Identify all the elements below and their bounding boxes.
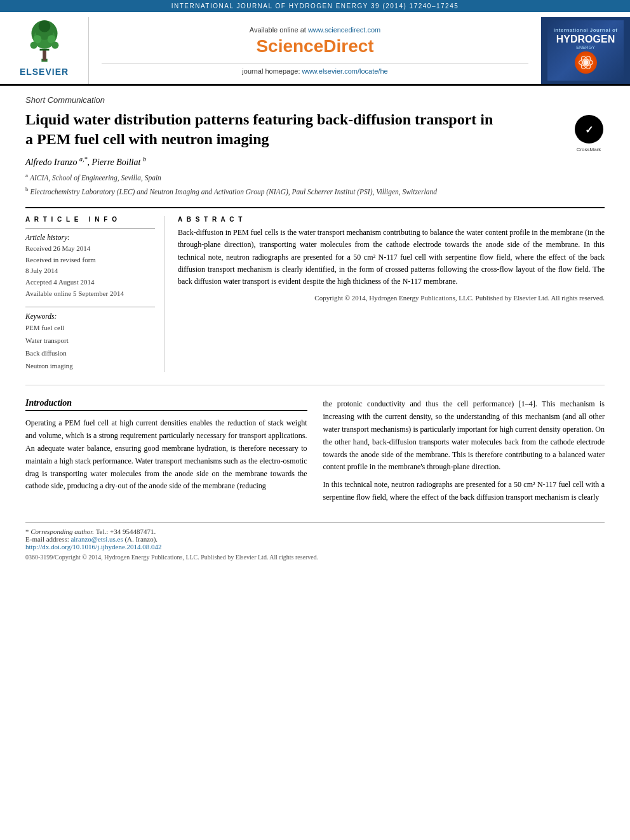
title-row: Liquid water distribution patterns featu… [25, 110, 605, 156]
corresponding-label: * Corresponding author. Tel.: [25, 528, 110, 535]
keyword4: Neutron imaging [25, 360, 155, 373]
email-label: E-mail address: [25, 535, 69, 543]
available-online-text: Available online at www.sciencedirect.co… [250, 26, 380, 34]
abstract-text: Back-diffusion in PEM fuel cells is the … [178, 227, 605, 304]
main-content: Short Communication Liquid water distrib… [0, 86, 630, 570]
author-boillat-sup: b [143, 156, 146, 163]
doi-line: http://dx.doi.org/10.1016/j.ijhydene.201… [25, 543, 605, 550]
doi-link[interactable]: http://dx.doi.org/10.1016/j.ijhydene.201… [25, 543, 162, 550]
affiliation-b: b Electrochemistry Laboratory (LEC) and … [25, 185, 605, 197]
author-iranzo: Alfredo Iranzo [25, 157, 79, 167]
sciencedirect-url[interactable]: www.sciencedirect.com [308, 26, 380, 34]
email-name: (A. Iranzo). [124, 535, 158, 543]
affiliations: a AICIA, School of Engineering, Sevilla,… [25, 171, 605, 197]
svg-point-8 [30, 42, 37, 49]
article-type: Short Communication [25, 95, 605, 105]
abstract-copyright: Copyright © 2014, Hydrogen Energy Public… [178, 293, 605, 304]
elsevier-wordmark: ELSEVIER [20, 67, 69, 77]
body-right-column: the protonic conductivity and thus the c… [323, 398, 605, 509]
journal-homepage: journal homepage: www.elsevier.com/locat… [102, 63, 528, 75]
crossmark-badge: ✓ CrossMark [573, 113, 605, 145]
keyword3: Back diffusion [25, 347, 155, 360]
journal-cover-top-text: International Journal of [554, 27, 618, 34]
introduction-title: Introduction [25, 398, 307, 411]
crossmark-icon: ✓ CrossMark [575, 115, 603, 143]
keyword1: PEM fuel cell [25, 322, 155, 335]
available-online-date: Available online 5 September 2014 [25, 288, 155, 300]
info-abstract-section: A R T I C L E I N F O Article history: R… [25, 207, 605, 372]
journal-cover-circle-icon [575, 51, 597, 74]
svg-point-5 [38, 20, 50, 32]
email-line: E-mail address: airanzo@etsi.us.es (A. I… [25, 535, 605, 543]
article-info-column: A R T I C L E I N F O Article history: R… [25, 216, 165, 372]
body-columns: Introduction Operating a PEM fuel cell a… [25, 398, 605, 509]
svg-text:✓: ✓ [585, 124, 593, 135]
corresponding-tel: +34 954487471. [110, 528, 156, 535]
svg-point-9 [51, 42, 58, 49]
issn-line: 0360-3199/Copyright © 2014, Hydrogen Ene… [25, 554, 605, 561]
sciencedirect-area: Available online at www.sciencedirect.co… [89, 17, 541, 84]
intro-paragraph2: the protonic conductivity and thus the c… [323, 398, 605, 503]
article-info-header: A R T I C L E I N F O [25, 216, 155, 223]
authors: Alfredo Iranzo a,*, Pierre Boillat b [25, 156, 605, 168]
revised-date: 8 July 2014 [25, 265, 155, 277]
article-title: Liquid water distribution patterns featu… [25, 110, 502, 149]
keyword2: Water transport [25, 335, 155, 347]
accepted-date: Accepted 4 August 2014 [25, 277, 155, 288]
received-revised-label: Received in revised form [25, 255, 155, 266]
abstract-paragraph: Back-diffusion in PEM fuel cells is the … [178, 227, 605, 288]
journal-cover-thumbnail: International Journal of HYDROGEN ENERGY [547, 20, 624, 81]
author-separator: , Pierre Boillat [88, 157, 143, 167]
divider1 [25, 228, 155, 229]
elsevier-tree-icon [19, 20, 70, 65]
abstract-column: A B S T R A C T Back-diffusion in PEM fu… [178, 216, 605, 372]
svg-rect-10 [39, 49, 49, 51]
footnote-area: * Corresponding author. Tel.: +34 954487… [25, 522, 605, 561]
keywords-section: Keywords: PEM fuel cell Water transport … [25, 312, 155, 372]
journal-cover-word1: HYDROGEN [556, 34, 615, 45]
author-iranzo-sup: a,* [79, 156, 88, 163]
abstract-header: A B S T R A C T [178, 216, 605, 223]
journal-cover-area: International Journal of HYDROGEN ENERGY [541, 17, 630, 84]
email-link[interactable]: airanzo@etsi.us.es [70, 535, 123, 543]
body-left-column: Introduction Operating a PEM fuel cell a… [25, 398, 307, 509]
affiliation-a: a AICIA, School of Engineering, Sevilla,… [25, 171, 605, 183]
article-history: Article history: Received 26 May 2014 Re… [25, 234, 155, 299]
elsevier-logo: ELSEVIER [19, 20, 70, 77]
history-label: Article history: [25, 234, 155, 241]
svg-rect-1 [43, 50, 46, 61]
journal-header: ELSEVIER Available online at www.science… [0, 12, 630, 86]
keywords-label: Keywords: [25, 312, 155, 320]
journal-cover-word2: ENERGY [576, 45, 595, 50]
sciencedirect-title: ScienceDirect [256, 36, 373, 57]
corresponding-author: * Corresponding author. Tel.: +34 954487… [25, 528, 605, 535]
divider2 [25, 307, 155, 307]
journal-header-bar: INTERNATIONAL JOURNAL OF HYDROGEN ENERGY… [0, 0, 630, 12]
journal-name: INTERNATIONAL JOURNAL OF HYDROGEN ENERGY… [171, 3, 459, 10]
received-date: Received 26 May 2014 [25, 243, 155, 255]
section-divider [25, 385, 605, 385]
svg-point-11 [583, 60, 588, 65]
intro-paragraph1: Operating a PEM fuel cell at high curren… [25, 417, 307, 493]
cover-atom-icon [578, 55, 594, 70]
elsevier-logo-area: ELSEVIER [0, 17, 89, 84]
journal-homepage-url[interactable]: www.elsevier.com/locate/he [302, 67, 388, 75]
